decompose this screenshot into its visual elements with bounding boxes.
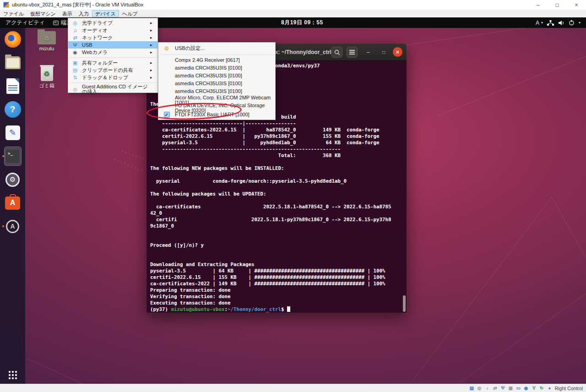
dock-item-settings[interactable]: ⚙ xyxy=(2,169,24,190)
usb-device-item[interactable]: asmedia CRCH35U3IS [0100] xyxy=(158,87,275,95)
terminal-line: certifi-2022.6.15 | py37h89c1867_0 155 K… xyxy=(150,133,403,140)
menu-separator xyxy=(69,57,157,58)
search-icon xyxy=(334,49,340,55)
devices-menu-item[interactable]: ♫オーディオ▸ xyxy=(68,27,157,34)
host-maximize-button[interactable]: □ xyxy=(548,0,567,10)
terminal-search-button[interactable] xyxy=(331,47,342,58)
activities-button[interactable]: アクティビティ xyxy=(0,17,50,28)
terminal-line xyxy=(150,159,403,165)
guest-additions-cd-icon: ◎ xyxy=(73,87,77,92)
menu-item-label: オーディオ xyxy=(82,28,150,33)
volume-icon xyxy=(558,20,564,26)
usb-device-label: asmedia CRCH35U3IS [0100] xyxy=(175,81,275,86)
system-tray[interactable]: A ▾ ▾ xyxy=(536,17,586,28)
terminal-line: Proceed ([y]/n)? y xyxy=(150,242,403,249)
terminal-line: ca-certificates-2022 | 149 KB | ########… xyxy=(150,281,403,287)
dock-item-text-editor[interactable]: ✎ xyxy=(2,123,24,143)
usb-device-label: Compx 2.4G Receiver [0617] xyxy=(175,58,275,63)
terminal-line xyxy=(150,236,403,242)
usb-device-item[interactable]: Compx 2.4G Receiver [0617] xyxy=(158,56,275,64)
terminal-close-button[interactable]: × xyxy=(393,47,402,57)
host-minimize-button[interactable]: – xyxy=(528,0,548,10)
devices-menu-item[interactable]: ◉Webカメラ▸ xyxy=(68,49,157,56)
devices-menu-item[interactable]: ◎Guest Additions CD イメージの挿入... xyxy=(68,84,157,92)
terminal-line xyxy=(150,172,403,178)
terminal-line: The following NEW packages will be INSTA… xyxy=(150,165,403,172)
mouse-integration-icon[interactable]: ● xyxy=(547,385,553,392)
features-icon[interactable]: V xyxy=(531,385,537,392)
usb-settings-item[interactable]: ⚙USBの設定... xyxy=(158,44,275,53)
input-method-indicator[interactable]: A ▾ xyxy=(536,20,543,26)
settings-icon: ⚙ xyxy=(5,173,20,187)
checked-checkbox-icon: ✓ xyxy=(164,112,170,118)
text-editor-icon: ✎ xyxy=(5,125,20,140)
dock-item-files[interactable] xyxy=(2,53,24,73)
dock-item-software-updater[interactable]: A xyxy=(2,216,24,236)
dock-item-terminal[interactable]: >_ xyxy=(2,146,24,166)
devices-menu-item[interactable]: ▤クリップボードの共有▸ xyxy=(68,66,157,74)
menubar-item-0[interactable]: ファイル xyxy=(0,10,27,17)
submenu-arrow-icon: ▸ xyxy=(150,50,157,54)
host-close-button[interactable]: × xyxy=(567,0,586,10)
devices-menu-item[interactable]: ◎光学ドライブ▸ xyxy=(68,19,157,27)
menu-item-label: Webカメラ xyxy=(82,50,150,55)
terminal-line: ca-certificates 2022.5.18.1-ha878542_0 -… xyxy=(150,204,403,210)
terminal-line: ----------------------------------------… xyxy=(150,146,403,152)
hard-disk-icon[interactable]: ▤ xyxy=(469,385,475,392)
optical-drive-icon[interactable]: ◎ xyxy=(477,385,483,392)
usb-device-item[interactable]: Alcor Micro, Corp. ELECOM 2MP Webcam [10… xyxy=(158,95,275,103)
desktop-icon-trash[interactable]: ♻ゴミ箱 xyxy=(32,66,61,89)
devices-menu-item[interactable]: ⇄ネットワーク▸ xyxy=(68,34,157,41)
submenu-arrow-icon: ▸ xyxy=(150,21,157,25)
menubar-item-4[interactable]: デバイス xyxy=(92,10,119,17)
menubar-item-2[interactable]: 表示 xyxy=(59,10,76,17)
menubar-item-3[interactable]: 入力 xyxy=(76,10,92,17)
menubar-item-5[interactable]: ヘルプ xyxy=(119,10,141,17)
dock-item-help[interactable]: ? xyxy=(2,99,24,120)
terminal-line: ---------------------------|------------… xyxy=(150,120,403,127)
dock-item-firefox[interactable] xyxy=(2,29,24,49)
audio-icon: ♫ xyxy=(73,28,77,33)
menubar-item-1[interactable]: 仮想マシン xyxy=(27,10,59,17)
terminal-maximize-button[interactable]: □ xyxy=(378,47,389,58)
display-icon[interactable]: ▭ xyxy=(515,385,521,392)
chevron-down-icon: ▾ xyxy=(541,21,543,25)
chevron-down-icon: ▾ xyxy=(579,21,581,25)
usb-device-item[interactable]: ✓FTDI FT230X Basic UART [1000] xyxy=(158,111,275,119)
recording-icon[interactable]: ◉ xyxy=(523,385,529,392)
terminal-line xyxy=(150,249,403,255)
terminal-line: Executing transaction: done xyxy=(150,300,403,306)
clock-button[interactable]: 8月19日 09：55 xyxy=(281,17,323,28)
devices-menu: ◎光学ドライブ▸♫オーディオ▸⇄ネットワーク▸ΨUSB▸◉Webカメラ▸▣共有フ… xyxy=(68,18,158,93)
network-activity-icon[interactable]: ↻ xyxy=(539,385,545,392)
usb-submenu: ⚙USBの設定...Compx 2.4G Receiver [0617]asme… xyxy=(158,42,276,120)
clipboard-icon: ▤ xyxy=(73,68,77,73)
devices-menu-item[interactable]: ΨUSB▸ xyxy=(68,41,157,49)
show-applications-button[interactable] xyxy=(9,371,17,379)
terminal-minimize-button[interactable]: – xyxy=(363,47,374,58)
terminal-line: certifi 2022.5.18.1-py37h89c1867_0 --> 2… xyxy=(150,217,403,223)
desktop-icon-home-folder[interactable]: ⌂mizutu xyxy=(32,31,61,51)
menu-item-label: USB xyxy=(82,43,150,48)
usb-device-item[interactable]: asmedia CRCH35U3IS [0100] xyxy=(158,80,275,87)
terminal-line: Downloading and Extracting Packages xyxy=(150,261,403,268)
network-adapter-icon[interactable]: ⇄ xyxy=(492,385,498,392)
shared-folders-icon[interactable]: ▣ xyxy=(508,385,514,392)
terminal-line: pyserial conda-forge/noarch::pyserial-3.… xyxy=(150,178,403,185)
usb-device-item[interactable]: asmedia CRCH35U3IS [0100] xyxy=(158,72,275,80)
audio-icon[interactable]: ♪ xyxy=(484,385,490,392)
network-icon xyxy=(547,20,554,26)
terminal-menu-button[interactable] xyxy=(347,47,358,58)
dock-item-libreoffice-writer[interactable] xyxy=(2,76,24,96)
menu-item-label: 共有フォルダー xyxy=(82,60,150,65)
prompt-path: ~/Thonny/door_ctrl xyxy=(228,306,281,312)
usb-icon[interactable]: Ψ xyxy=(500,385,506,392)
devices-menu-item[interactable]: ▣共有フォルダー▸ xyxy=(68,59,157,66)
devices-menu-item[interactable]: ⇅ドラッグ＆ドロップ▸ xyxy=(68,74,157,81)
desktop-icon-label: ゴミ箱 xyxy=(32,82,61,89)
dock-item-ubuntu-software[interactable]: A xyxy=(2,193,24,213)
usb-device-item[interactable]: I-O DATA DEVICE, INC. Optical Storage De… xyxy=(158,103,275,111)
usb-device-item[interactable]: asmedia CRCH35U3IS [0100] xyxy=(158,64,275,72)
submenu-arrow-icon: ▸ xyxy=(150,28,157,33)
terminal-scrollbar-thumb[interactable] xyxy=(403,295,406,312)
